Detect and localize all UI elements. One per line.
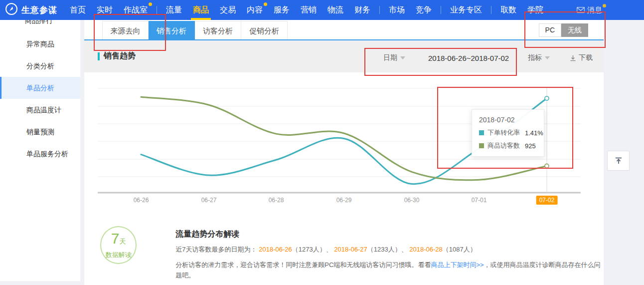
date-range-value[interactable]: 2018-06-26~2018-07-02 (428, 54, 509, 62)
nav-item-作战室[interactable]: 作战室 (118, 0, 153, 20)
device-option-PC[interactable]: PC (539, 23, 561, 37)
nav-menu: 首页实时作战室流量商品交易内容服务营销物流财务市场竞争业务专区取数学院 (64, 0, 549, 20)
tooltip-row: 下单转化率1.41% (479, 128, 537, 137)
nav-item-实时[interactable]: 实时 (91, 0, 118, 20)
top-nav: 生意参谋 首页实时作战室流量商品交易内容服务营销物流财务市场竞争业务专区取数学院… (0, 0, 644, 20)
x-axis-label-06-26: 06-26 (134, 197, 149, 204)
interpretation-line2: 分析访客的潜力需求，迎合访客需求！同时注意兼顾PC端和无线端访客访问习惯哦。看看… (175, 260, 604, 281)
nav-item-服务[interactable]: 服务 (268, 0, 295, 20)
top-day-date: 2018-06-27 (332, 246, 367, 253)
arrow-to-top-icon (615, 157, 623, 165)
interpretation-title: 流量趋势分布解读 (175, 229, 604, 240)
messages-button[interactable]: 消息 (577, 5, 602, 15)
top-day-count: （1087人） (443, 246, 477, 253)
nav-item-业务专区[interactable]: 业务专区 (445, 0, 487, 20)
download-label: 下载 (579, 53, 593, 62)
date-dropdown-label: 日期 (383, 53, 397, 62)
top-day-count: （1273人）、 (292, 246, 332, 253)
date-dropdown[interactable]: 日期 (383, 53, 405, 62)
nav-item-学院[interactable]: 学院 (522, 0, 549, 20)
sidebar-item-异常商品[interactable]: 异常商品 (0, 33, 80, 55)
nav-divider (379, 6, 380, 14)
metric-dropdown-label: 指标 (528, 53, 542, 62)
sidebar-item-销量预测[interactable]: 销量预测 (0, 121, 80, 143)
envelope-icon (577, 6, 585, 14)
date-filter: 日期 2018-06-26~2018-07-02 (383, 53, 509, 62)
download-button[interactable]: 下载 (570, 53, 593, 62)
nav-item-内容[interactable]: 内容 (241, 0, 268, 20)
sidebar-menu: 异常商品分类分析单品分析商品温度计销量预测单品服务分析 (0, 33, 80, 165)
chart-tooltip: 2018-07-02 下单转化率1.41%商品访客数925 (472, 109, 544, 157)
nav-item-取数[interactable]: 取数 (495, 0, 522, 20)
sidebar: 商品排行 异常商品分类分析单品分析商品温度计销量预测单品服务分析 (0, 20, 80, 281)
badge-subtitle: 数据解读 (106, 251, 132, 260)
tooltip-date: 2018-07-02 (479, 116, 537, 124)
section-title: 销售趋势 (104, 51, 136, 61)
sidebar-item-分类分析[interactable]: 分类分析 (0, 55, 80, 77)
nav-divider (491, 6, 491, 14)
chevron-down-icon (545, 56, 550, 59)
messages-label: 消息 (587, 5, 602, 15)
download-icon (570, 55, 576, 61)
tab-bar: 来源去向销售分析访客分析促销分析 PC无线 (84, 20, 604, 40)
sidebar-item-单品分析[interactable]: 单品分析 (0, 77, 80, 99)
notification-dot (264, 2, 267, 6)
tab-访客分析[interactable]: 访客分析 (195, 21, 241, 39)
nav-item-物流[interactable]: 物流 (322, 0, 349, 20)
tooltip-series-value: 1.41% (525, 129, 543, 137)
nav-item-市场[interactable]: 市场 (383, 0, 410, 20)
series-color-swatch (479, 130, 484, 135)
interpretation-text: 流量趋势分布解读 近7天访客数最多的日期为： 2018-06-26（1273人）… (175, 226, 604, 281)
interpretation-line1: 近7天访客数最多的日期为： 2018-06-26（1273人）、 2018-06… (175, 245, 604, 255)
top-day-date: 2018-06-26 (257, 246, 292, 253)
nav-item-商品[interactable]: 商品 (187, 0, 214, 20)
nav-item-营销[interactable]: 营销 (295, 0, 322, 20)
interpretation-section: 7天 数据解读 流量趋势分布解读 近7天访客数最多的日期为： 2018-06-2… (100, 226, 604, 281)
line1-prefix: 近7天访客数最多的日期为： (175, 246, 257, 253)
section-header: 销售趋势 日期 2018-06-26~2018-07-02 指标 下载 (84, 41, 604, 72)
top-day-date: 2018-06-28 (408, 246, 443, 253)
seven-day-badge: 7天 数据解读 (100, 226, 137, 264)
title-accent-bar (98, 52, 100, 60)
tooltip-row: 商品访客数925 (479, 141, 537, 150)
tab-来源去向[interactable]: 来源去向 (102, 21, 149, 39)
chart-panel: 06-2606-2706-2806-2906-3007-0107-02 2018… (84, 72, 604, 285)
tabs: 来源去向销售分析访客分析促销分析 (84, 20, 288, 39)
x-axis-labels: 06-2606-2706-2806-2906-3007-0107-02 (84, 197, 604, 208)
notification-dot (603, 4, 606, 7)
sidebar-item-单品服务分析[interactable]: 单品服务分析 (0, 143, 80, 165)
nav-divider (441, 6, 441, 14)
badge-days: 7天 (111, 231, 126, 249)
metric-dropdown[interactable]: 指标 (528, 53, 550, 62)
device-option-无线[interactable]: 无线 (561, 23, 588, 37)
x-axis-label-06-29: 06-29 (336, 197, 352, 204)
tab-销售分析[interactable]: 销售分析 (149, 21, 195, 39)
line2-text: 分析访客的潜力需求，迎合访客需求！同时注意兼顾PC端和无线端访客访问习惯哦。看看 (175, 261, 431, 269)
notification-dot (149, 2, 152, 6)
nav-item-竞争[interactable]: 竞争 (410, 0, 437, 20)
top-day-count: （1233人）、 (367, 246, 408, 253)
nav-divider (157, 6, 157, 14)
series-color-swatch (479, 143, 484, 148)
tooltip-series-label: 下单转化率 (487, 128, 520, 137)
chart-actions: 指标 下载 (528, 53, 593, 62)
screen: 商品排行 异常商品分类分析单品分析商品温度计销量预测单品服务分析 生意参谋 首页… (0, 0, 644, 285)
nav-item-首页[interactable]: 首页 (64, 0, 91, 20)
chevron-down-icon (400, 56, 405, 59)
x-axis-label-07-01: 07-01 (472, 197, 487, 204)
onsale-time-link[interactable]: 商品上下架时间>> (431, 261, 483, 269)
back-to-top-button[interactable] (607, 151, 630, 171)
app-title: 生意参谋 (21, 4, 57, 16)
sidebar-item-商品温度计[interactable]: 商品温度计 (0, 99, 80, 121)
nav-item-财务[interactable]: 财务 (349, 0, 376, 20)
device-toggle: PC无线 (539, 23, 588, 37)
nav-item-交易[interactable]: 交易 (214, 0, 241, 20)
tab-促销分析[interactable]: 促销分析 (241, 21, 288, 39)
nav-item-流量[interactable]: 流量 (161, 0, 187, 20)
x-axis-label-07-02: 07-02 (536, 196, 558, 205)
tooltip-series-label: 商品访客数 (487, 141, 520, 150)
app-logo[interactable]: 生意参谋 (5, 2, 57, 17)
tooltip-series-value: 925 (525, 142, 536, 150)
tooltip-rows: 下单转化率1.41%商品访客数925 (479, 128, 537, 150)
x-axis-label-06-30: 06-30 (404, 197, 420, 204)
